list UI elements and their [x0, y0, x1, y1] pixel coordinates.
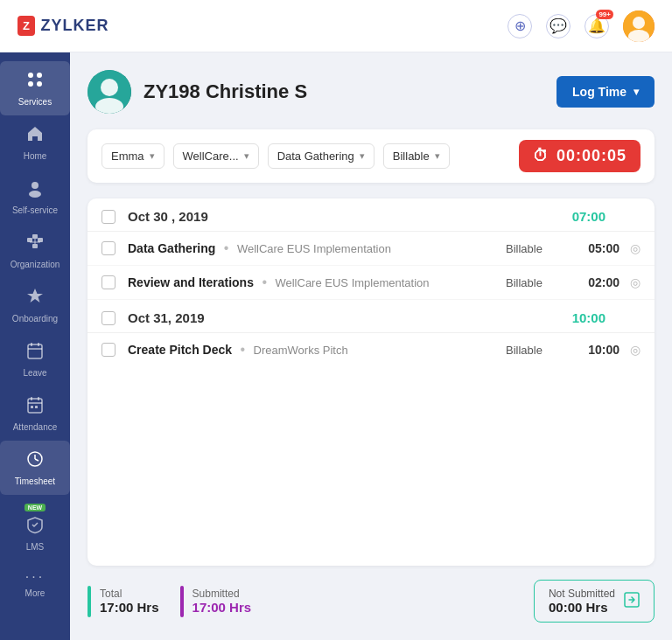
entry-billable-2: Billable	[506, 276, 567, 289]
sidebar-item-label: Services	[18, 97, 52, 107]
table-row: Data Gathering • WellCare EUS Implementa…	[88, 232, 654, 266]
pin-icon-3[interactable]: ◎	[630, 343, 640, 357]
log-time-button[interactable]: Log Time ▾	[556, 76, 654, 108]
add-icon[interactable]: ⊕	[508, 14, 532, 38]
svg-line-28	[35, 459, 38, 461]
total-value: 17:00 Hrs	[100, 600, 159, 615]
sidebar-item-more[interactable]: ··· More	[0, 560, 70, 607]
svg-point-8	[29, 191, 41, 198]
svg-point-3	[28, 73, 33, 78]
date-header-oct30: Oct 30 , 2019 07:00	[88, 198, 654, 232]
sidebar-item-home[interactable]: Home	[0, 115, 70, 170]
sidebar-item-organization[interactable]: Organization	[0, 224, 70, 278]
task-filter-chevron: ▾	[360, 150, 365, 162]
not-submitted-label: Not Submitted	[549, 588, 615, 600]
entry-task-1: Data Gathering • WellCare EUS Implementa…	[128, 240, 506, 256]
entry-checkbox-2[interactable]	[102, 275, 116, 289]
topbar-actions: ⊕ 💬 🔔 99+	[508, 10, 654, 42]
notification-badge: 99+	[596, 10, 613, 19]
self-service-icon	[25, 178, 45, 202]
date-header-oct31: Oct 31, 2019 10:00	[88, 300, 654, 333]
task-project-3: DreamWorks Pitch	[254, 344, 348, 357]
svg-rect-10	[32, 234, 38, 239]
lms-new-badge: NEW	[24, 504, 46, 511]
svg-point-7	[32, 182, 38, 189]
submitted-bar	[180, 586, 184, 617]
sidebar-item-timesheet[interactable]: Timesheet	[0, 441, 70, 495]
project-filter[interactable]: WellCare... ▾	[173, 143, 259, 169]
svg-rect-25	[35, 406, 38, 408]
total-time-oct30: 07:00	[572, 209, 606, 224]
submitted-label: Submitted	[192, 588, 252, 600]
timer-display: ⏱ 00:00:05	[519, 140, 640, 172]
entries-container: Oct 30 , 2019 07:00 Data Gathering • Wel…	[88, 198, 654, 566]
project-filter-value: WellCare...	[183, 150, 239, 163]
entry-task-3: Create Pitch Deck • DreamWorks Pitch	[128, 342, 506, 358]
table-row: Review and Iterations • WellCare EUS Imp…	[88, 266, 654, 300]
billable-filter-chevron: ▾	[435, 150, 440, 162]
sidebar-item-label: Organization	[10, 260, 60, 269]
sidebar-item-services[interactable]: Services	[0, 61, 70, 115]
entry-billable-3: Billable	[506, 344, 567, 357]
sidebar-item-leave[interactable]: Leave	[0, 332, 70, 386]
not-submitted-box[interactable]: Not Submitted 00:00 Hrs	[534, 580, 654, 623]
svg-point-30	[101, 79, 118, 96]
employee-filter-chevron: ▾	[150, 150, 155, 162]
profile-avatar	[88, 70, 131, 114]
task-project-2: WellCare EUS Implementation	[275, 276, 429, 289]
svg-point-1	[633, 17, 645, 29]
topbar: Z ZYLKER ⊕ 💬 🔔 99+	[0, 0, 672, 52]
pin-icon-1[interactable]: ◎	[630, 241, 640, 255]
sidebar-item-self-service[interactable]: Self-service	[0, 170, 70, 224]
billable-filter-value: Billable	[393, 150, 430, 163]
profile-name: ZY198 Christine S	[144, 80, 307, 103]
submitted-value: 17:00 Hrs	[192, 600, 252, 615]
not-submitted-value: 00:00 Hrs	[549, 600, 615, 615]
task-filter-value: Data Gathering	[277, 150, 354, 163]
date-checkbox-oct30[interactable]	[102, 210, 116, 224]
total-label: Total	[100, 588, 159, 600]
organization-icon	[25, 233, 45, 256]
sidebar-item-label: LMS	[26, 542, 45, 552]
logo: Z ZYLKER	[18, 16, 108, 36]
entry-checkbox-3[interactable]	[102, 343, 116, 357]
svg-rect-24	[31, 406, 33, 408]
timesheet-icon	[25, 449, 45, 473]
sidebar-item-lms[interactable]: NEW LMS	[0, 495, 70, 560]
filter-bar: Emma ▾ WellCare... ▾ Data Gathering ▾ Bi…	[88, 129, 654, 183]
log-time-chevron: ▾	[634, 86, 639, 98]
summary-footer: Total 17:00 Hrs Submitted 17:00 Hrs Not …	[88, 580, 654, 623]
export-icon	[624, 592, 640, 611]
sidebar-item-label: More	[25, 588, 46, 598]
svg-rect-9	[27, 238, 32, 242]
billable-filter[interactable]: Billable ▾	[383, 143, 450, 169]
sidebar-item-label: Onboarding	[12, 314, 58, 323]
entry-task-2: Review and Iterations • WellCare EUS Imp…	[128, 275, 506, 290]
entry-time-2: 02:00	[567, 275, 620, 289]
entry-checkbox-1[interactable]	[102, 241, 116, 255]
svg-rect-11	[38, 238, 43, 242]
avatar[interactable]	[623, 10, 654, 42]
task-project-1: WellCare EUS Implementation	[237, 242, 391, 255]
sidebar-item-attendance[interactable]: Attendance	[0, 386, 70, 441]
lms-icon	[25, 515, 45, 539]
sidebar-item-onboarding[interactable]: Onboarding	[0, 278, 70, 332]
task-name-2: Review and Iterations	[128, 275, 254, 289]
pin-icon-2[interactable]: ◎	[630, 275, 640, 289]
date-label-oct31: Oct 31, 2019	[128, 310, 572, 325]
help-icon[interactable]: 💬	[546, 14, 570, 38]
svg-point-6	[37, 81, 42, 87]
sidebar-item-label: Timesheet	[15, 477, 55, 486]
sidebar: Services Home Self-service	[0, 52, 70, 640]
notification-icon[interactable]: 🔔 99+	[584, 14, 609, 38]
date-checkbox-oct31[interactable]	[102, 311, 116, 325]
employee-filter[interactable]: Emma ▾	[102, 143, 164, 169]
profile-header: ZY198 Christine S Log Time ▾	[88, 70, 654, 114]
table-row: Create Pitch Deck • DreamWorks Pitch Bil…	[88, 333, 654, 366]
entry-time-1: 05:00	[567, 241, 620, 255]
task-filter[interactable]: Data Gathering ▾	[268, 143, 374, 169]
sidebar-item-label: Leave	[23, 368, 46, 378]
not-submitted-text: Not Submitted 00:00 Hrs	[549, 588, 615, 615]
leave-icon	[25, 341, 45, 365]
profile-left: ZY198 Christine S	[88, 70, 307, 114]
